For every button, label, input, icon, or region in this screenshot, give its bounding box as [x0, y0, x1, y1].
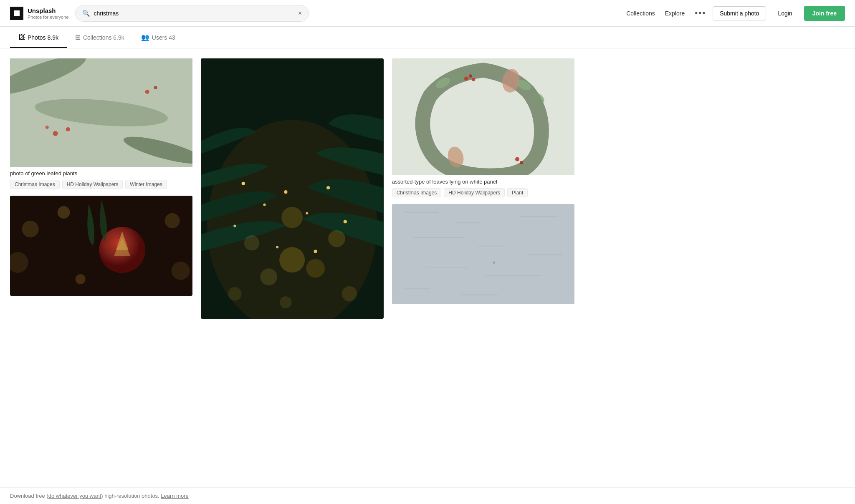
collections-tab-icon: ⊞: [75, 33, 81, 41]
svg-point-8: [154, 86, 157, 89]
svg-point-18: [172, 262, 190, 280]
svg-rect-55: [455, 222, 481, 223]
svg-point-34: [306, 212, 309, 214]
search-icon: 🔍: [82, 10, 90, 17]
svg-point-47: [472, 78, 475, 81]
svg-point-45: [464, 76, 468, 81]
svg-rect-60: [426, 267, 468, 268]
svg-point-48: [515, 157, 519, 161]
search-input[interactable]: [94, 10, 295, 17]
svg-point-22: [279, 247, 305, 272]
svg-point-49: [520, 161, 523, 164]
photo-image[interactable]: [10, 58, 192, 167]
users-tab-icon: 👥: [141, 33, 149, 41]
photo-tag[interactable]: Plant: [507, 188, 528, 197]
photos-tab-label: Photos 8.9k: [28, 34, 58, 41]
tab-users[interactable]: 👥 Users 43: [133, 27, 184, 48]
photo-tag[interactable]: Christmas Images: [10, 180, 60, 189]
photo-item: [392, 204, 574, 304]
collections-tab-label: Collections 6.9k: [83, 34, 124, 41]
tab-collections[interactable]: ⊞ Collections 6.9k: [67, 27, 133, 48]
login-button[interactable]: Login: [773, 7, 797, 20]
nav-links: Collections Explore •••: [626, 8, 706, 18]
svg-point-17: [165, 213, 180, 228]
users-tab-label: Users 43: [152, 34, 175, 41]
photo-item: photo of green leafed plants Christmas I…: [10, 58, 192, 189]
svg-point-19: [76, 274, 86, 284]
svg-point-14: [22, 221, 39, 237]
svg-point-24: [261, 268, 278, 285]
photo-column-1: photo of green leafed plants Christmas I…: [10, 58, 192, 296]
search-bar: 🔍 ×: [75, 5, 309, 22]
svg-rect-57: [413, 237, 464, 238]
join-free-button[interactable]: Join free: [804, 6, 845, 21]
photo-column-2: [201, 58, 383, 319]
svg-point-15: [58, 206, 70, 219]
svg-point-30: [280, 296, 291, 308]
photo-image[interactable]: [201, 58, 383, 319]
photo-tag[interactable]: Christmas Images: [392, 188, 442, 197]
photo-title: assorted-type of leaves lying on white p…: [392, 179, 574, 185]
main-content: photo of green leafed plants Christmas I…: [0, 48, 584, 329]
svg-point-35: [326, 186, 330, 189]
brand-name: Unsplash: [28, 7, 68, 15]
svg-rect-59: [528, 254, 562, 255]
svg-point-29: [342, 286, 357, 302]
svg-point-7: [145, 90, 149, 94]
svg-point-32: [263, 204, 266, 206]
svg-point-38: [276, 246, 278, 248]
svg-point-26: [244, 235, 260, 251]
photo-image[interactable]: [392, 58, 574, 175]
nav-explore[interactable]: Explore: [665, 10, 685, 17]
svg-point-4: [53, 131, 58, 136]
photo-item: assorted-type of leaves lying on white p…: [392, 58, 574, 197]
svg-point-36: [234, 224, 236, 227]
svg-point-64: [493, 261, 495, 264]
photo-tag[interactable]: HD Holiday Wallpapers: [444, 188, 505, 197]
svg-point-27: [328, 230, 345, 247]
svg-rect-62: [405, 288, 430, 289]
svg-rect-56: [519, 216, 558, 217]
svg-point-31: [242, 182, 245, 185]
svg-point-46: [469, 74, 472, 78]
svg-point-5: [66, 127, 70, 131]
svg-rect-58: [477, 246, 506, 247]
photo-image[interactable]: [10, 196, 192, 296]
search-clear-button[interactable]: ×: [298, 10, 302, 17]
nav-collections[interactable]: Collections: [626, 10, 655, 17]
svg-point-39: [314, 249, 317, 253]
submit-photo-button[interactable]: Submit a photo: [713, 6, 766, 20]
brand-tagline: Photos for everyone: [28, 15, 68, 20]
photo-image[interactable]: [392, 204, 574, 304]
svg-rect-61: [485, 275, 540, 276]
logo-text: Unsplash Photos for everyone: [28, 7, 68, 20]
svg-point-37: [344, 220, 347, 223]
svg-point-25: [306, 259, 325, 278]
svg-rect-54: [405, 212, 438, 213]
photo-grid: photo of green leafed plants Christmas I…: [10, 58, 574, 319]
svg-point-23: [282, 207, 303, 228]
photo-title: photo of green leafed plants: [10, 170, 192, 176]
svg-point-33: [284, 190, 288, 194]
photo-column-3: assorted-type of leaves lying on white p…: [392, 58, 574, 304]
photo-tags: Christmas Images HD Holiday Wallpapers W…: [10, 180, 192, 189]
photo-item: [10, 196, 192, 296]
photo-tag[interactable]: HD Holiday Wallpapers: [62, 180, 123, 189]
svg-point-6: [46, 126, 49, 129]
svg-rect-63: [460, 295, 498, 295]
svg-point-28: [228, 287, 242, 301]
nav-more-button[interactable]: •••: [695, 8, 706, 18]
logo-icon: [10, 7, 23, 20]
header: Unsplash Photos for everyone 🔍 × Collect…: [0, 0, 855, 27]
photos-tab-icon: 🖼: [18, 34, 25, 41]
photo-tag[interactable]: Winter Images: [125, 180, 167, 189]
search-tabs: 🖼 Photos 8.9k ⊞ Collections 6.9k 👥 Users…: [0, 27, 855, 48]
tab-photos[interactable]: 🖼 Photos 8.9k: [10, 27, 67, 48]
logo[interactable]: Unsplash Photos for everyone: [10, 7, 68, 20]
photo-item: [201, 58, 383, 319]
photo-tags: Christmas Images HD Holiday Wallpapers P…: [392, 188, 574, 197]
